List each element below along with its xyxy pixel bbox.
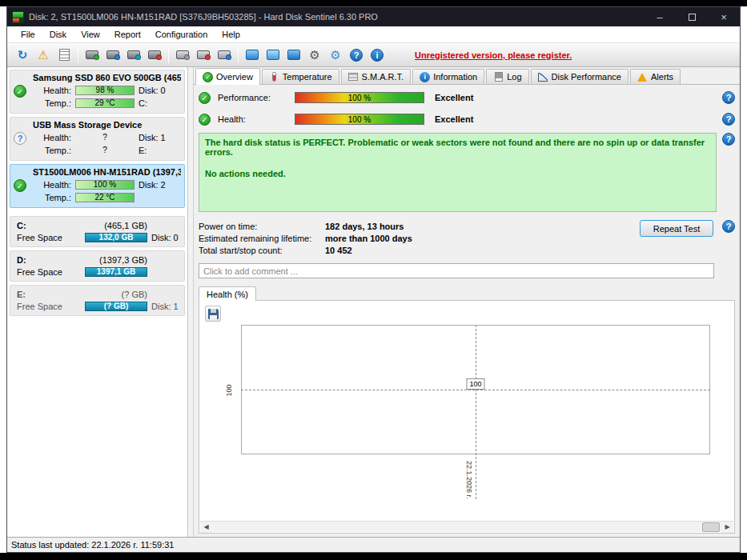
tab-smart[interactable]: S.M.A.R.T.	[341, 69, 412, 84]
disk-title: Samsung SSD 860 EVO 500GB (465,8 GB)	[33, 73, 181, 82]
maximize-button[interactable]	[676, 7, 708, 26]
health-label: Health:	[33, 180, 71, 190]
stat-remaining-lifetime: Estimated remaining lifetime: more than …	[199, 232, 412, 244]
stat-power-on-time: Power on time: 182 days, 13 hours	[199, 220, 412, 232]
partition-size: (1397,3 GB)	[85, 255, 147, 265]
disk-quick-test-icon[interactable]	[82, 46, 102, 65]
temp-bar: 22 °C	[75, 193, 135, 202]
temp-label: Temp.:	[33, 193, 71, 202]
disk-repair-icon[interactable]	[123, 46, 144, 65]
health-bar: 100 %	[295, 114, 424, 125]
screen-edge-bottom	[0, 553, 747, 560]
repeat-test-button[interactable]: Repeat Test	[640, 220, 713, 237]
chart-tab-health[interactable]: Health (%)	[199, 286, 256, 301]
disk-eject-icon[interactable]	[172, 46, 193, 65]
disk-mount-icon[interactable]	[214, 46, 235, 65]
main-area: ✓ Samsung SSD 860 EVO 500GB (465,8 GB) H…	[7, 67, 740, 537]
performance-help-icon[interactable]: ?	[722, 91, 735, 104]
repeat-test-help-icon[interactable]: ?	[722, 220, 735, 233]
performance-panel-icon[interactable]	[283, 46, 304, 65]
health-bar: 98 %	[75, 86, 135, 95]
health-bar: ?	[75, 133, 135, 142]
tab-temperature[interactable]: Temperature	[262, 69, 339, 84]
window-title: Disk: 2, ST1500LM006 HN-M151RAD [S376J9B…	[29, 12, 378, 22]
menu-help[interactable]: Help	[215, 28, 247, 41]
status-help-icon[interactable]: ?	[722, 133, 735, 146]
information-icon: i	[420, 72, 430, 82]
partition-item-e[interactable]: E: (? GB) Free Space (? GB) Disk: 1	[10, 285, 185, 316]
temp-bar: 29 °C	[75, 98, 135, 108]
save-chart-button[interactable]	[205, 306, 221, 322]
performance-rating: Excellent	[435, 93, 473, 102]
disk-number: Disk: 1	[151, 302, 181, 311]
stats-row: Power on time: 182 days, 13 hours Estima…	[199, 220, 735, 256]
menu-report[interactable]: Report	[107, 28, 148, 41]
analyse-warning-icon[interactable]: ⚠	[33, 46, 54, 65]
health-bar: 100 %	[75, 180, 135, 190]
free-space-bar: 1397,1 GB	[85, 267, 147, 277]
tab-log[interactable]: Log	[486, 69, 528, 84]
close-button[interactable]: ×	[708, 7, 740, 26]
scrollbar-thumb[interactable]	[702, 522, 720, 532]
free-space-bar: (? GB)	[85, 302, 147, 311]
toolbar-separator	[168, 47, 169, 63]
disk-item-st1500lm006[interactable]: ✓ ST1500LM006 HN-M151RAD (1397,3 GB) Hea…	[10, 164, 185, 208]
tab-label: Temperature	[283, 72, 332, 82]
menu-disk[interactable]: Disk	[42, 28, 74, 41]
menu-file[interactable]: File	[14, 28, 42, 41]
disk-remove-icon[interactable]	[193, 46, 214, 65]
menu-view[interactable]: View	[74, 28, 107, 41]
refresh-disks-icon[interactable]: ↻	[12, 46, 33, 65]
overview-panel: ✓ Performance: 100 % Excellent ? ✓ Healt…	[194, 85, 740, 537]
sidebar-scrollbar[interactable]	[188, 67, 194, 537]
register-link[interactable]: Unregistered version, please register.	[415, 50, 572, 60]
preferences-gear-icon[interactable]: ⚙	[325, 46, 346, 65]
disk-stop-test-icon[interactable]	[144, 46, 165, 65]
disk-surface-test-icon[interactable]	[102, 46, 123, 65]
health-ok-icon: ✓	[14, 179, 26, 192]
status-bar: Status last updated: 22.1.2026 r. 11:59:…	[7, 537, 740, 552]
partition-item-d[interactable]: D: (1397,3 GB) Free Space 1397,1 GB	[10, 250, 185, 282]
chart-x-tick-label: 22.1.2026 r.	[465, 461, 473, 499]
tab-label: Overview	[216, 72, 253, 82]
minimize-button[interactable]: –	[644, 7, 676, 26]
menubar: File Disk View Report Configuration Help	[7, 26, 740, 43]
status-text: The hard disk status is PERFECT. Problem…	[205, 138, 710, 157]
temp-label: Temp.:	[33, 98, 71, 108]
menu-configuration[interactable]: Configuration	[148, 28, 215, 41]
free-space-label: Free Space	[14, 302, 81, 311]
disk-item-usb-mass-storage[interactable]: ? USB Mass Storage Device Health: ? Disk…	[10, 117, 185, 161]
scroll-right-arrow-icon[interactable]: ▶	[721, 522, 733, 533]
thermometer-icon	[269, 72, 279, 82]
health-label: Health:	[218, 114, 295, 124]
partition-name: D:	[14, 255, 81, 265]
drive-letter: E:	[139, 146, 181, 155]
comment-input[interactable]	[199, 263, 714, 278]
drive-letter: C:	[139, 98, 181, 108]
health-row: ✓ Health: 100 % Excellent ?	[199, 111, 735, 127]
disk-title: ST1500LM006 HN-M151RAD (1397,3 GB)	[33, 167, 181, 177]
partition-item-c[interactable]: C: (465,1 GB) Free Space 132,0 GB Disk: …	[10, 216, 185, 247]
chart-horizontal-scrollbar[interactable]: ◀ ▶	[200, 521, 733, 532]
health-chart-panel: 100 100 22.1.2026 r. ◀ ▶	[199, 300, 735, 534]
tab-overview[interactable]: ✓ Overview	[195, 68, 260, 85]
health-rating: Excellent	[435, 114, 473, 124]
settings-gear-icon[interactable]: ⚙	[304, 46, 325, 65]
toolbar-separator	[238, 47, 239, 63]
health-help-icon[interactable]: ?	[722, 113, 735, 126]
disk-item-samsung-ssd[interactable]: ✓ Samsung SSD 860 EVO 500GB (465,8 GB) H…	[10, 70, 185, 114]
report-icon[interactable]	[54, 46, 74, 65]
status-panel-icon[interactable]	[242, 46, 263, 65]
help-icon[interactable]: ?	[346, 46, 367, 65]
info-icon[interactable]: i	[367, 46, 388, 65]
scroll-left-arrow-icon[interactable]: ◀	[200, 522, 212, 533]
tab-alerts[interactable]: Alerts	[630, 69, 681, 84]
temperature-panel-icon[interactable]	[263, 46, 283, 65]
status-action-text: No actions needed.	[205, 169, 710, 178]
tab-disk-performance[interactable]: Disk Performance	[531, 69, 629, 84]
scrollbar-track[interactable]	[212, 522, 721, 532]
toolbar: ↻ ⚠ ⚙ ⚙ ? i Unregistered version, please…	[7, 43, 740, 67]
health-ok-icon: ✓	[14, 85, 26, 98]
performance-bar: 100 %	[295, 92, 424, 103]
tab-information[interactable]: i Information	[412, 69, 484, 84]
